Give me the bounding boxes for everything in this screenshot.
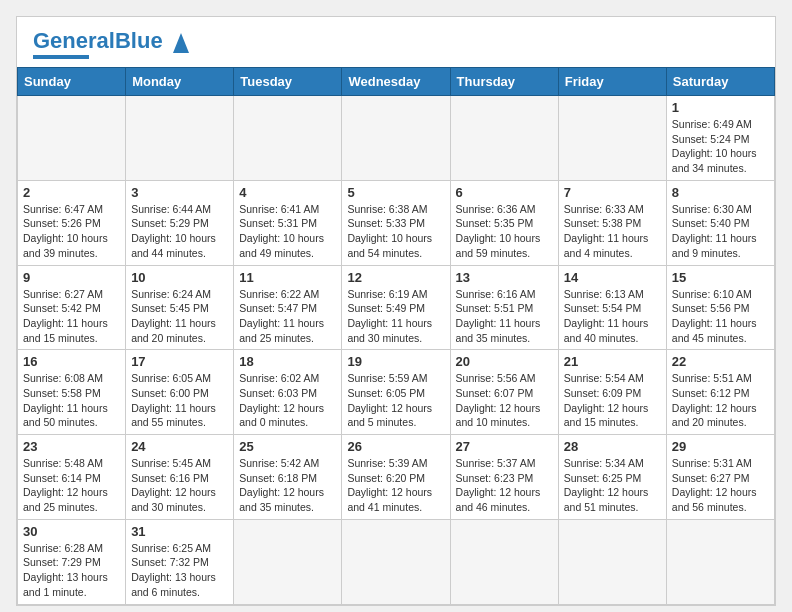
day-number: 11 [239, 270, 336, 285]
day-header-monday: Monday [126, 68, 234, 96]
logo-text: GeneralBlue [33, 30, 163, 52]
day-number: 29 [672, 439, 769, 454]
day-number: 30 [23, 524, 120, 539]
calendar-day-cell: 7Sunrise: 6:33 AM Sunset: 5:38 PM Daylig… [558, 180, 666, 265]
day-number: 16 [23, 354, 120, 369]
calendar-day-cell: 1Sunrise: 6:49 AM Sunset: 5:24 PM Daylig… [666, 96, 774, 181]
day-info: Sunrise: 5:39 AM Sunset: 6:20 PM Dayligh… [347, 456, 444, 515]
day-number: 4 [239, 185, 336, 200]
calendar-week-row: 2Sunrise: 6:47 AM Sunset: 5:26 PM Daylig… [18, 180, 775, 265]
calendar-day-cell: 28Sunrise: 5:34 AM Sunset: 6:25 PM Dayli… [558, 435, 666, 520]
day-number: 24 [131, 439, 228, 454]
header: GeneralBlue [17, 17, 775, 67]
day-header-thursday: Thursday [450, 68, 558, 96]
day-info: Sunrise: 6:24 AM Sunset: 5:45 PM Dayligh… [131, 287, 228, 346]
day-info: Sunrise: 6:16 AM Sunset: 5:51 PM Dayligh… [456, 287, 553, 346]
day-info: Sunrise: 6:27 AM Sunset: 5:42 PM Dayligh… [23, 287, 120, 346]
calendar-header-row: SundayMondayTuesdayWednesdayThursdayFrid… [18, 68, 775, 96]
calendar-day-cell: 10Sunrise: 6:24 AM Sunset: 5:45 PM Dayli… [126, 265, 234, 350]
calendar-week-row: 1Sunrise: 6:49 AM Sunset: 5:24 PM Daylig… [18, 96, 775, 181]
calendar-day-cell [18, 96, 126, 181]
day-info: Sunrise: 6:49 AM Sunset: 5:24 PM Dayligh… [672, 117, 769, 176]
calendar-day-cell [450, 96, 558, 181]
day-info: Sunrise: 6:44 AM Sunset: 5:29 PM Dayligh… [131, 202, 228, 261]
logo-icon [165, 25, 197, 53]
day-header-tuesday: Tuesday [234, 68, 342, 96]
calendar-day-cell: 5Sunrise: 6:38 AM Sunset: 5:33 PM Daylig… [342, 180, 450, 265]
calendar-day-cell: 24Sunrise: 5:45 AM Sunset: 6:16 PM Dayli… [126, 435, 234, 520]
day-info: Sunrise: 6:30 AM Sunset: 5:40 PM Dayligh… [672, 202, 769, 261]
day-info: Sunrise: 6:05 AM Sunset: 6:00 PM Dayligh… [131, 371, 228, 430]
day-info: Sunrise: 5:59 AM Sunset: 6:05 PM Dayligh… [347, 371, 444, 430]
day-number: 27 [456, 439, 553, 454]
calendar-day-cell [342, 96, 450, 181]
calendar-day-cell: 23Sunrise: 5:48 AM Sunset: 6:14 PM Dayli… [18, 435, 126, 520]
day-number: 14 [564, 270, 661, 285]
calendar-day-cell: 25Sunrise: 5:42 AM Sunset: 6:18 PM Dayli… [234, 435, 342, 520]
day-number: 12 [347, 270, 444, 285]
calendar-day-cell: 18Sunrise: 6:02 AM Sunset: 6:03 PM Dayli… [234, 350, 342, 435]
day-number: 21 [564, 354, 661, 369]
day-number: 6 [456, 185, 553, 200]
logo-general: General [33, 28, 115, 53]
day-number: 26 [347, 439, 444, 454]
calendar-day-cell [450, 519, 558, 604]
day-number: 19 [347, 354, 444, 369]
calendar-week-row: 30Sunrise: 6:28 AM Sunset: 7:29 PM Dayli… [18, 519, 775, 604]
calendar-day-cell: 22Sunrise: 5:51 AM Sunset: 6:12 PM Dayli… [666, 350, 774, 435]
day-info: Sunrise: 6:41 AM Sunset: 5:31 PM Dayligh… [239, 202, 336, 261]
calendar-day-cell: 13Sunrise: 6:16 AM Sunset: 5:51 PM Dayli… [450, 265, 558, 350]
day-info: Sunrise: 6:02 AM Sunset: 6:03 PM Dayligh… [239, 371, 336, 430]
calendar-week-row: 9Sunrise: 6:27 AM Sunset: 5:42 PM Daylig… [18, 265, 775, 350]
day-info: Sunrise: 6:19 AM Sunset: 5:49 PM Dayligh… [347, 287, 444, 346]
day-number: 28 [564, 439, 661, 454]
day-info: Sunrise: 5:51 AM Sunset: 6:12 PM Dayligh… [672, 371, 769, 430]
calendar-day-cell: 15Sunrise: 6:10 AM Sunset: 5:56 PM Dayli… [666, 265, 774, 350]
day-info: Sunrise: 5:56 AM Sunset: 6:07 PM Dayligh… [456, 371, 553, 430]
day-info: Sunrise: 5:31 AM Sunset: 6:27 PM Dayligh… [672, 456, 769, 515]
day-info: Sunrise: 6:36 AM Sunset: 5:35 PM Dayligh… [456, 202, 553, 261]
day-info: Sunrise: 6:33 AM Sunset: 5:38 PM Dayligh… [564, 202, 661, 261]
calendar-day-cell: 6Sunrise: 6:36 AM Sunset: 5:35 PM Daylig… [450, 180, 558, 265]
calendar-day-cell: 26Sunrise: 5:39 AM Sunset: 6:20 PM Dayli… [342, 435, 450, 520]
day-number: 18 [239, 354, 336, 369]
day-number: 31 [131, 524, 228, 539]
day-number: 3 [131, 185, 228, 200]
day-number: 22 [672, 354, 769, 369]
day-header-saturday: Saturday [666, 68, 774, 96]
day-info: Sunrise: 6:10 AM Sunset: 5:56 PM Dayligh… [672, 287, 769, 346]
calendar-day-cell: 19Sunrise: 5:59 AM Sunset: 6:05 PM Dayli… [342, 350, 450, 435]
day-info: Sunrise: 5:54 AM Sunset: 6:09 PM Dayligh… [564, 371, 661, 430]
calendar-day-cell [558, 519, 666, 604]
calendar-container: GeneralBlue SundayMondayTuesdayWednesday… [16, 16, 776, 606]
day-info: Sunrise: 6:13 AM Sunset: 5:54 PM Dayligh… [564, 287, 661, 346]
calendar-day-cell: 11Sunrise: 6:22 AM Sunset: 5:47 PM Dayli… [234, 265, 342, 350]
day-info: Sunrise: 5:34 AM Sunset: 6:25 PM Dayligh… [564, 456, 661, 515]
calendar-day-cell: 27Sunrise: 5:37 AM Sunset: 6:23 PM Dayli… [450, 435, 558, 520]
day-number: 9 [23, 270, 120, 285]
day-number: 25 [239, 439, 336, 454]
calendar-day-cell [666, 519, 774, 604]
day-header-friday: Friday [558, 68, 666, 96]
calendar-day-cell: 9Sunrise: 6:27 AM Sunset: 5:42 PM Daylig… [18, 265, 126, 350]
calendar-day-cell: 2Sunrise: 6:47 AM Sunset: 5:26 PM Daylig… [18, 180, 126, 265]
day-info: Sunrise: 6:28 AM Sunset: 7:29 PM Dayligh… [23, 541, 120, 600]
day-number: 1 [672, 100, 769, 115]
calendar-day-cell: 3Sunrise: 6:44 AM Sunset: 5:29 PM Daylig… [126, 180, 234, 265]
calendar-day-cell: 12Sunrise: 6:19 AM Sunset: 5:49 PM Dayli… [342, 265, 450, 350]
day-info: Sunrise: 5:45 AM Sunset: 6:16 PM Dayligh… [131, 456, 228, 515]
calendar-day-cell: 17Sunrise: 6:05 AM Sunset: 6:00 PM Dayli… [126, 350, 234, 435]
day-info: Sunrise: 6:38 AM Sunset: 5:33 PM Dayligh… [347, 202, 444, 261]
day-header-wednesday: Wednesday [342, 68, 450, 96]
calendar-day-cell: 14Sunrise: 6:13 AM Sunset: 5:54 PM Dayli… [558, 265, 666, 350]
day-info: Sunrise: 6:22 AM Sunset: 5:47 PM Dayligh… [239, 287, 336, 346]
day-info: Sunrise: 6:47 AM Sunset: 5:26 PM Dayligh… [23, 202, 120, 261]
calendar-day-cell: 20Sunrise: 5:56 AM Sunset: 6:07 PM Dayli… [450, 350, 558, 435]
calendar-day-cell: 16Sunrise: 6:08 AM Sunset: 5:58 PM Dayli… [18, 350, 126, 435]
calendar-day-cell [558, 96, 666, 181]
day-info: Sunrise: 5:42 AM Sunset: 6:18 PM Dayligh… [239, 456, 336, 515]
day-number: 13 [456, 270, 553, 285]
day-number: 20 [456, 354, 553, 369]
day-number: 17 [131, 354, 228, 369]
calendar-day-cell: 31Sunrise: 6:25 AM Sunset: 7:32 PM Dayli… [126, 519, 234, 604]
